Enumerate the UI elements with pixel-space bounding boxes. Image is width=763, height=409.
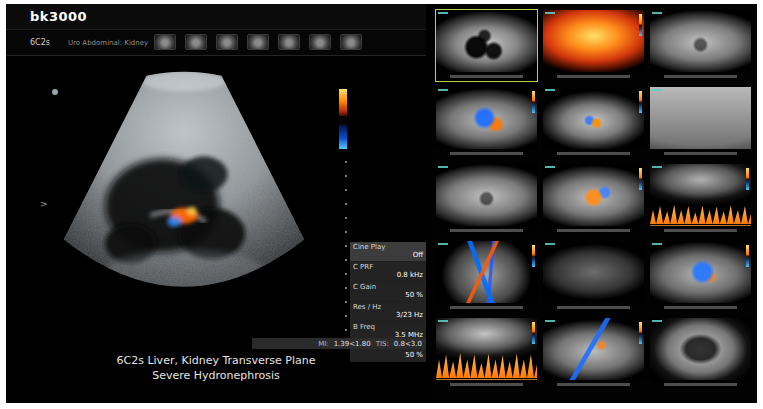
gallery-thumbnail-7[interactable] — [436, 164, 537, 235]
transducer-label: 6C2s — [30, 38, 50, 47]
thumb-image — [436, 164, 537, 226]
thumb-image — [650, 87, 751, 149]
thumb-image — [650, 318, 751, 380]
preset-label: Uro Abdominal: Kidney — [68, 39, 148, 47]
control-value: 0.8 kHz — [353, 271, 423, 279]
thumb-image — [543, 241, 644, 303]
tis-value: 0.8<3.0 — [394, 340, 422, 348]
gallery-thumbnail-2[interactable] — [543, 10, 644, 81]
thumb-colorbar-icon — [639, 14, 642, 36]
scan-area: > Cine Play Off C PRF 0.8 kHz — [6, 57, 426, 349]
thumb-colorbar-icon — [746, 245, 749, 267]
thumb-caption — [436, 149, 537, 158]
gallery-thumbnail-14[interactable] — [543, 318, 644, 389]
control-value: Off — [353, 251, 423, 259]
control-c-gain[interactable]: C Gain 50 % — [350, 282, 426, 302]
control-res-hz[interactable]: Res / Hz 3/23 Hz — [350, 302, 426, 322]
gallery-thumbnail-4[interactable] — [436, 87, 537, 158]
thumb-image — [650, 164, 751, 226]
thumb-caption — [436, 72, 537, 81]
header-thumbnail-6[interactable] — [309, 34, 331, 50]
control-value: 50 % — [353, 291, 423, 299]
gallery-thumbnail-10[interactable] — [436, 241, 537, 312]
thumb-colorbar-icon — [639, 168, 642, 190]
image-caption: 6C2s Liver, Kidney Transverse Plane Seve… — [6, 353, 426, 383]
thumb-caption — [436, 380, 537, 389]
thumb-colorbar-icon — [532, 91, 535, 113]
gallery-thumbnail-12[interactable] — [650, 241, 751, 312]
control-value: 3/23 Hz — [353, 311, 423, 319]
thumb-image — [650, 241, 751, 303]
thumb-caption — [543, 226, 644, 235]
sub-bar: 6C2s Uro Abdominal: Kidney — [6, 30, 426, 56]
colorbar-baseline — [339, 116, 347, 125]
image-gallery — [430, 4, 757, 403]
thumb-image — [436, 318, 537, 380]
gallery-thumbnail-3[interactable] — [650, 10, 751, 81]
header-thumbnail-1[interactable] — [154, 34, 176, 50]
gallery-thumbnail-5[interactable] — [543, 87, 644, 158]
thumb-colorbar-icon — [639, 91, 642, 113]
doppler-colorbar — [339, 89, 347, 149]
depth-scale — [345, 161, 347, 333]
thumb-caption — [543, 303, 644, 312]
gallery-thumbnail-6[interactable] — [650, 87, 751, 158]
control-label: Cine Play — [353, 243, 423, 251]
mi-value: 1.39<1.80 — [334, 340, 371, 348]
thumb-caption — [650, 380, 751, 389]
thumb-caption — [543, 72, 644, 81]
thumb-caption — [543, 149, 644, 158]
orientation-marker: > — [40, 199, 48, 209]
thumb-caption — [650, 303, 751, 312]
gallery-thumbnail-15[interactable] — [650, 318, 751, 389]
app-screen: bk3000 6C2s Uro Abdominal: Kidney — [6, 4, 757, 403]
title-bar: bk3000 — [6, 4, 426, 30]
header-thumbnail-7[interactable] — [340, 34, 362, 50]
tis-label: TIS: — [376, 340, 389, 348]
probe-orientation-dot — [52, 89, 58, 95]
thumb-caption — [436, 303, 537, 312]
control-label: B Freq — [353, 323, 423, 331]
header-thumbnail-3[interactable] — [216, 34, 238, 50]
gallery-thumbnail-8[interactable] — [543, 164, 644, 235]
thumb-image — [650, 10, 751, 72]
thumb-caption — [650, 72, 751, 81]
thumb-colorbar-icon — [532, 245, 535, 267]
control-label: C Gain — [353, 283, 423, 291]
app-title: bk3000 — [30, 9, 87, 24]
colorbar-negative — [339, 125, 347, 149]
thumb-image — [543, 10, 644, 72]
thumb-colorbar-icon — [532, 322, 535, 344]
thumb-colorbar-icon — [746, 168, 749, 190]
header-thumbnail-2[interactable] — [185, 34, 207, 50]
thumb-image — [436, 10, 537, 72]
thumb-colorbar-icon — [639, 322, 642, 344]
gallery-thumbnail-9[interactable] — [650, 164, 751, 235]
thumb-image — [436, 241, 537, 303]
ultrasound-image — [36, 65, 332, 333]
gallery-thumbnail-13[interactable] — [436, 318, 537, 389]
thumb-image — [543, 164, 644, 226]
thumb-image — [543, 87, 644, 149]
thumb-caption — [543, 380, 644, 389]
thumb-image — [543, 318, 644, 380]
control-c-prf[interactable]: C PRF 0.8 kHz — [350, 262, 426, 282]
gallery-thumbnail-11[interactable] — [543, 241, 644, 312]
caption-line-2: Severe Hydronephrosis — [6, 368, 426, 383]
thumb-caption — [650, 149, 751, 158]
scan-panel: bk3000 6C2s Uro Abdominal: Kidney — [6, 4, 426, 403]
colorbar-positive — [339, 89, 347, 116]
header-thumbnail-strip — [154, 34, 362, 50]
thumb-caption — [436, 226, 537, 235]
mi-label: MI: — [318, 340, 328, 348]
control-cine-play[interactable]: Cine Play Off — [350, 242, 426, 262]
thumb-caption — [650, 226, 751, 235]
caption-line-1: 6C2s Liver, Kidney Transverse Plane — [6, 353, 426, 368]
control-label: Res / Hz — [353, 303, 423, 311]
page: bk3000 6C2s Uro Abdominal: Kidney — [0, 0, 763, 409]
gallery-thumbnail-1[interactable] — [436, 10, 537, 81]
header-thumbnail-5[interactable] — [278, 34, 300, 50]
gallery-grid — [436, 10, 751, 389]
thumb-image — [436, 87, 537, 149]
header-thumbnail-4[interactable] — [247, 34, 269, 50]
